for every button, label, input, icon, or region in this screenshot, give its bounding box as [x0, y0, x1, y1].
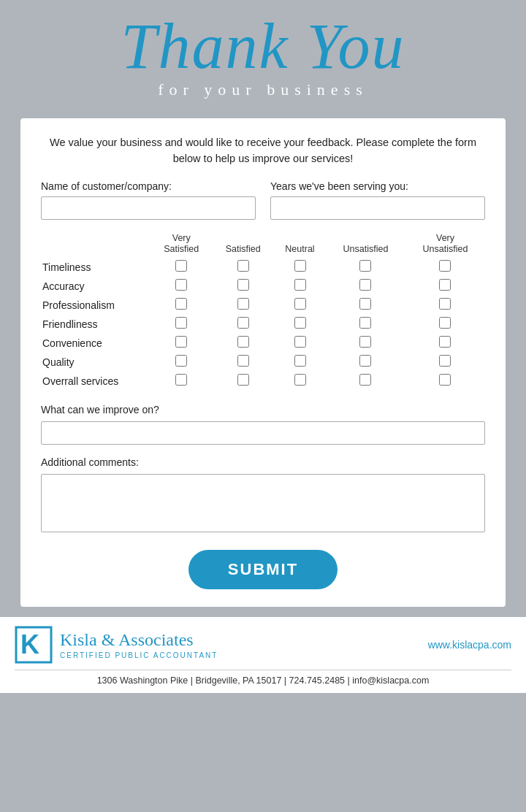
subtitle: for your business — [29, 80, 497, 99]
rating-checkbox[interactable] — [237, 374, 249, 386]
footer-top: K Kisla & Associates CERTIFIED PUBLIC AC… — [15, 626, 511, 670]
footer: K Kisla & Associates CERTIFIED PUBLIC AC… — [0, 617, 526, 693]
years-input[interactable] — [270, 196, 485, 220]
table-row: Overrall services — [41, 372, 485, 391]
th-neutral: Neutral — [274, 233, 326, 258]
fields-row: Name of customer/company: Years we've be… — [41, 180, 485, 220]
th-unsatisfied: Unsatisfied — [326, 233, 405, 258]
rating-cell — [150, 277, 213, 296]
rating-cell — [150, 296, 213, 315]
rating-cell — [274, 315, 326, 334]
rating-cell — [326, 277, 405, 296]
intro-text: We value your business and would like to… — [41, 134, 485, 167]
rating-cell — [405, 258, 485, 277]
rating-checkbox[interactable] — [237, 336, 249, 348]
th-satisfied: Satisfied — [213, 233, 275, 258]
rating-cell — [405, 277, 485, 296]
rating-checkbox[interactable] — [439, 279, 451, 291]
rating-cell — [326, 372, 405, 391]
company-name-group: Kisla & Associates CERTIFIED PUBLIC ACCO… — [60, 630, 218, 659]
rating-checkbox[interactable] — [439, 336, 451, 348]
rating-cell — [213, 315, 275, 334]
rating-checkbox[interactable] — [237, 298, 249, 310]
company-subtitle: CERTIFIED PUBLIC ACCOUNTANT — [60, 651, 218, 659]
rating-checkbox[interactable] — [175, 279, 187, 291]
rating-checkbox[interactable] — [359, 355, 371, 367]
rating-cell — [405, 353, 485, 372]
rating-checkbox[interactable] — [359, 298, 371, 310]
rating-cell — [326, 353, 405, 372]
rating-cell — [274, 277, 326, 296]
rating-checkbox[interactable] — [175, 355, 187, 367]
rating-checkbox[interactable] — [237, 355, 249, 367]
rating-cell — [405, 334, 485, 353]
footer-address: 1306 Washington Pike | Bridgeville, PA 1… — [15, 670, 511, 693]
table-row: Professionalism — [41, 296, 485, 315]
rating-cell — [274, 334, 326, 353]
rating-checkbox[interactable] — [294, 279, 306, 291]
years-label: Years we've been serving you: — [270, 180, 485, 192]
website-text: www.kislacpa.com — [428, 639, 511, 651]
rating-checkbox[interactable] — [175, 260, 187, 272]
rating-checkbox[interactable] — [294, 374, 306, 386]
customer-label: Name of customer/company: — [41, 180, 256, 192]
rating-cell — [326, 334, 405, 353]
customer-input[interactable] — [41, 196, 256, 220]
rating-cell — [405, 315, 485, 334]
rating-cell — [405, 296, 485, 315]
rating-cell — [274, 296, 326, 315]
rating-section: VerySatisfied Satisfied Neutral Unsatisf… — [41, 233, 485, 391]
rating-cell — [326, 315, 405, 334]
rating-checkbox[interactable] — [359, 374, 371, 386]
rating-checkbox[interactable] — [237, 260, 249, 272]
rating-checkbox[interactable] — [294, 317, 306, 329]
rating-checkbox[interactable] — [175, 298, 187, 310]
company-logo-icon: K — [15, 626, 53, 664]
rating-cell — [274, 372, 326, 391]
logo-area: K Kisla & Associates CERTIFIED PUBLIC AC… — [15, 626, 218, 664]
rating-cell — [405, 372, 485, 391]
rating-checkbox[interactable] — [237, 279, 249, 291]
rating-cell — [274, 353, 326, 372]
rating-checkbox[interactable] — [439, 298, 451, 310]
rating-checkbox[interactable] — [175, 317, 187, 329]
rating-checkbox[interactable] — [359, 279, 371, 291]
customer-field-group: Name of customer/company: — [41, 180, 256, 220]
rating-cell — [213, 372, 275, 391]
table-row: Convenience — [41, 334, 485, 353]
row-label: Professionalism — [41, 296, 150, 315]
company-name-text: Kisla & Associates — [60, 630, 194, 649]
rating-checkbox[interactable] — [294, 336, 306, 348]
submit-row: SUBMIT — [41, 550, 485, 589]
table-row: Quality — [41, 353, 485, 372]
rating-checkbox[interactable] — [439, 355, 451, 367]
rating-cell — [213, 334, 275, 353]
header-section: Thank You for your business — [0, 0, 526, 111]
rating-checkbox[interactable] — [237, 317, 249, 329]
rating-checkbox[interactable] — [294, 355, 306, 367]
improve-input[interactable] — [41, 421, 485, 445]
years-field-group: Years we've been serving you: — [270, 180, 485, 220]
comments-textarea[interactable] — [41, 474, 485, 532]
rating-checkbox[interactable] — [294, 298, 306, 310]
rating-checkbox[interactable] — [175, 374, 187, 386]
rating-checkbox[interactable] — [439, 374, 451, 386]
rating-cell — [150, 372, 213, 391]
rating-checkbox[interactable] — [359, 317, 371, 329]
rating-checkbox[interactable] — [175, 336, 187, 348]
th-empty — [41, 233, 150, 258]
th-very-satisfied: VerySatisfied — [150, 233, 213, 258]
svg-text:K: K — [20, 629, 39, 659]
rating-checkbox[interactable] — [359, 260, 371, 272]
rating-cell — [213, 353, 275, 372]
rating-cell — [213, 296, 275, 315]
row-label: Overrall services — [41, 372, 150, 391]
thank-you-title: Thank You — [29, 15, 497, 79]
rating-checkbox[interactable] — [439, 260, 451, 272]
table-row: Friendliness — [41, 315, 485, 334]
rating-checkbox[interactable] — [359, 336, 371, 348]
rating-checkbox[interactable] — [439, 317, 451, 329]
rating-checkbox[interactable] — [294, 260, 306, 272]
submit-button[interactable]: SUBMIT — [188, 550, 338, 589]
rating-cell — [213, 277, 275, 296]
